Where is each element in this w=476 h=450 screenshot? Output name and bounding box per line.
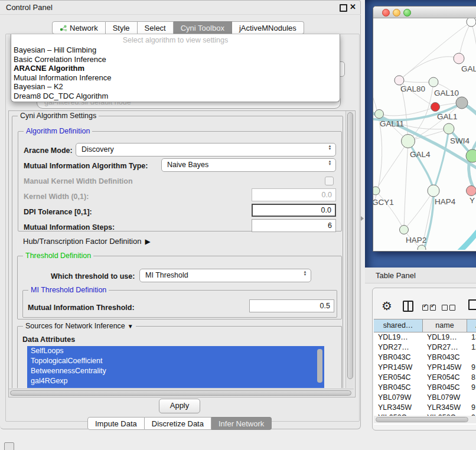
table-header-cell[interactable]: shared… (374, 319, 423, 332)
table-cell[interactable]: 9. (467, 363, 476, 373)
tab-network[interactable]: Network (52, 21, 106, 34)
tab-jactivemnodules[interactable]: jActiveMNodules (232, 21, 304, 34)
table-cell[interactable]: YBR043C (423, 353, 467, 363)
network-node-hap4[interactable] (428, 185, 439, 197)
minimize-traffic-light-icon[interactable] (393, 9, 400, 17)
dpi-tolerance-field[interactable]: 0.0 (252, 204, 336, 217)
list-item[interactable]: BetweennessCentrality (27, 366, 324, 376)
settings-vertical-scrollbar[interactable] (345, 111, 354, 388)
close-traffic-light-icon[interactable] (382, 9, 390, 17)
close-window-icon[interactable]: ✕ (350, 2, 356, 11)
network-node-gal11[interactable] (375, 110, 384, 119)
tab-cyni-toolbox[interactable]: Cyni Toolbox (174, 21, 232, 34)
table-cell[interactable] (467, 393, 476, 403)
mi-type-combobox[interactable]: Naive Bayes ▲▼ (161, 158, 336, 172)
table-cell[interactable]: YDR27… (423, 343, 467, 353)
scrollbar-thumb[interactable] (376, 417, 468, 422)
zoom-traffic-light-icon[interactable] (403, 9, 411, 17)
list-item[interactable]: TopologicalCoefficient (27, 356, 324, 366)
tab-select[interactable]: Select (138, 21, 174, 34)
tab-impute-data[interactable]: Impute Data (87, 417, 145, 430)
table-cell[interactable]: YBL079W (374, 393, 423, 403)
float-window-icon[interactable] (340, 4, 347, 12)
table-row[interactable]: YDL19…YDL19…13 (374, 332, 476, 343)
table-cell[interactable]: YER054C (374, 373, 423, 383)
table-cell[interactable]: 8. (467, 373, 476, 383)
network-node-gcy1[interactable] (373, 187, 380, 195)
table-row[interactable]: YER054CYER054C8. (374, 373, 476, 383)
gear-icon[interactable]: ⚙ (382, 299, 392, 313)
settings-horizontal-scrollbar[interactable] (9, 389, 354, 396)
table-row[interactable]: YDR27…YDR27…12 (374, 343, 476, 353)
table-horizontal-scrollbar[interactable] (374, 416, 476, 423)
network-node[interactable] (431, 103, 440, 112)
dropdown-item[interactable]: Mutual Information Inference (14, 73, 111, 82)
table-cell[interactable]: YLR345W (374, 403, 423, 413)
node-table[interactable]: shared…nameA YDL19…YDL19…13YDR27…YDR27…1… (374, 319, 476, 425)
table-cell[interactable]: YER054C (423, 373, 467, 383)
table-panel-titlebar[interactable]: Table Panel (365, 268, 476, 283)
tab-style[interactable]: Style (106, 21, 138, 34)
table-row[interactable]: YBL079WYBL079W (374, 393, 476, 403)
table-row[interactable]: YPR145WYPR145W9. (374, 363, 476, 373)
table-header-cell[interactable]: name (423, 319, 467, 332)
dropdown-item[interactable]: Bayesian – K2 (14, 82, 63, 91)
hub-definition-toggle[interactable]: Hub/Transcription Factor Definition▶ (23, 237, 151, 246)
network-node[interactable] (467, 186, 476, 196)
table-cell[interactable]: YPR145W (423, 363, 467, 373)
table-row[interactable]: YBR043CYBR043C (374, 353, 476, 363)
new-table-icon[interactable] (468, 299, 476, 310)
list-scrollbar-thumb[interactable] (317, 349, 322, 383)
network-node[interactable] (454, 53, 464, 64)
mi-threshold-field[interactable]: 0.5 (249, 299, 334, 312)
network-node-gal4[interactable] (402, 135, 415, 148)
minimized-panel-icon[interactable] (4, 442, 14, 450)
network-node-hap2[interactable] (400, 226, 409, 234)
apply-button[interactable]: Apply (159, 399, 200, 413)
table-cell[interactable]: 12 (467, 343, 476, 353)
data-attributes-list[interactable]: SelfLoops TopologicalCoefficient Between… (27, 346, 324, 388)
list-item[interactable] (27, 386, 324, 388)
table-cell[interactable]: YDL19… (423, 332, 467, 343)
list-item[interactable]: gal4RGexp (27, 376, 324, 386)
tab-discretize-data[interactable]: Discretize Data (145, 417, 211, 430)
splitter-collapse-icon[interactable] (361, 216, 364, 221)
table-row[interactable]: YLR345WYLR345W9. (374, 403, 476, 413)
table-cell[interactable]: YPR145W (374, 363, 423, 373)
table-cell[interactable]: YBR043C (374, 353, 423, 363)
table-header-cell[interactable]: A (467, 319, 476, 332)
dropdown-item-selected[interactable]: ARACNE Algorithm (14, 64, 84, 73)
network-node-gal80[interactable] (395, 76, 404, 85)
which-threshold-combobox[interactable]: MI Threshold ▲▼ (139, 269, 311, 282)
table-cell[interactable]: YBR045C (374, 383, 423, 393)
table-cell[interactable]: 9. (467, 383, 476, 393)
table-cell[interactable]: 13 (467, 332, 476, 343)
table-cell[interactable]: 9. (467, 403, 476, 413)
control-panel-titlebar[interactable]: Control Panel ✕ (0, 0, 361, 15)
network-node-gal1[interactable] (444, 123, 454, 134)
dropdown-item[interactable]: Bayesian – Hill Climbing (14, 45, 96, 54)
select-all-columns-icon[interactable] (422, 302, 438, 313)
list-item[interactable]: SelfLoops (27, 346, 324, 356)
table-cell[interactable] (467, 353, 476, 363)
scrollbar-thumb[interactable] (10, 390, 351, 396)
table-cell[interactable]: YBL079W (423, 393, 467, 403)
sources-title[interactable]: Sources for Network Inference▼ (23, 322, 136, 330)
table-cell[interactable]: YBR045C (423, 383, 467, 393)
table-cell[interactable]: YLR345W (423, 403, 467, 413)
deselect-all-columns-icon[interactable] (442, 302, 457, 313)
network-window-titlebar[interactable] (373, 6, 476, 18)
dropdown-item[interactable]: Basic Correlation Inference (14, 55, 106, 64)
tab-infer-network[interactable]: Infer Network (211, 417, 272, 430)
network-node[interactable] (456, 97, 468, 109)
table-row[interactable]: YBR045CYBR045C9. (374, 383, 476, 393)
manual-kernel-checkbox[interactable] (325, 177, 334, 185)
network-node-swi4[interactable] (466, 149, 476, 162)
table-cell[interactable]: YDL19… (374, 332, 423, 343)
table-cell[interactable]: YDR27… (374, 343, 423, 353)
network-node[interactable] (467, 18, 476, 27)
kernel-width-field[interactable]: 0.0 (252, 188, 336, 201)
dropdown-item[interactable]: Dream8 DC_TDC Algorithm (14, 92, 108, 100)
columns-icon[interactable] (403, 301, 413, 312)
mi-steps-field[interactable]: 6 (252, 219, 336, 232)
